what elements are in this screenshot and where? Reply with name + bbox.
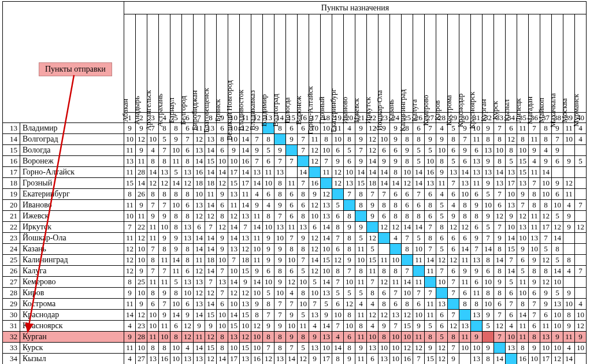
cell: 7 bbox=[379, 189, 390, 200]
cell: 8 bbox=[344, 211, 355, 222]
cell: 17 bbox=[506, 178, 517, 189]
cell: 10 bbox=[540, 189, 552, 200]
cell: 14 bbox=[552, 266, 563, 277]
cell: 10 bbox=[286, 255, 298, 266]
cell: 14 bbox=[205, 233, 217, 244]
cell: 4 bbox=[332, 332, 344, 343]
cell: 12 bbox=[228, 288, 240, 299]
cell: 14 bbox=[251, 178, 263, 189]
cell: 12 bbox=[379, 310, 390, 321]
cell bbox=[575, 233, 587, 244]
cell: 7 bbox=[147, 200, 159, 211]
cell: 11 bbox=[147, 332, 159, 343]
cell: 15 bbox=[240, 343, 251, 354]
cell bbox=[552, 167, 563, 178]
cell: 12 bbox=[367, 310, 379, 321]
cell: 5 bbox=[506, 156, 517, 167]
cell: 13 bbox=[471, 255, 483, 266]
cell: 8 bbox=[355, 200, 367, 211]
cell: 11 bbox=[459, 277, 471, 288]
cell: 9 bbox=[355, 134, 367, 145]
cell: 6 bbox=[263, 156, 274, 167]
cell: 12 bbox=[182, 332, 194, 343]
cell: 14 bbox=[205, 145, 217, 156]
cell: 10 bbox=[344, 321, 355, 332]
cell: 11 bbox=[471, 134, 483, 145]
cell: 8 bbox=[217, 332, 228, 343]
cell: 12 bbox=[194, 134, 205, 145]
cell: 8 bbox=[390, 211, 402, 222]
cell: 6 bbox=[517, 255, 529, 266]
cell: 7 bbox=[529, 123, 540, 134]
cell: 7 bbox=[159, 299, 170, 310]
cell: 13 bbox=[552, 299, 563, 310]
cell: 10 bbox=[170, 343, 182, 354]
cell: 14 bbox=[205, 266, 217, 277]
cell: 8 bbox=[274, 343, 286, 354]
cell: 11 bbox=[240, 189, 251, 200]
cell: 14 bbox=[194, 156, 205, 167]
cell: 12 bbox=[413, 343, 425, 354]
cell: 11 bbox=[413, 332, 425, 343]
cell: 9 bbox=[390, 134, 402, 145]
cell: 10 bbox=[159, 222, 170, 233]
cell: 14 bbox=[367, 156, 379, 167]
cell: 14 bbox=[506, 266, 517, 277]
cell: 15 bbox=[228, 178, 240, 189]
cell: 6 bbox=[390, 189, 402, 200]
cell: 13 bbox=[483, 145, 494, 156]
cell: 12 bbox=[448, 222, 459, 233]
cell: 12 bbox=[182, 178, 194, 189]
cell: 14 bbox=[459, 167, 471, 178]
cell: 9 bbox=[251, 145, 263, 156]
cell: 7 bbox=[309, 299, 321, 310]
cell: 8 bbox=[274, 332, 286, 343]
cell: 14 bbox=[413, 178, 425, 189]
cell: 13 bbox=[274, 167, 286, 178]
cell: 5 bbox=[436, 211, 448, 222]
cell: 7 bbox=[159, 200, 170, 211]
cell: 8 bbox=[344, 233, 355, 244]
cell: 14 bbox=[217, 354, 228, 365]
cell: 14 bbox=[517, 310, 529, 321]
cell: 11 bbox=[194, 332, 205, 343]
cell: 13 bbox=[194, 145, 205, 156]
cell: 7 bbox=[274, 156, 286, 167]
row-label: Курск bbox=[20, 343, 124, 354]
cell: 11 bbox=[355, 332, 367, 343]
cell: 8 bbox=[321, 134, 332, 145]
cell: 7 bbox=[367, 277, 379, 288]
row-label: Кызыл bbox=[20, 354, 124, 365]
cell: 8 bbox=[147, 343, 159, 354]
cell: 14 bbox=[205, 299, 217, 310]
cell: 17 bbox=[321, 354, 332, 365]
cell: 9 bbox=[471, 332, 483, 343]
cell: 14 bbox=[563, 354, 575, 365]
cell: 14 bbox=[402, 222, 413, 233]
cell: 8 bbox=[494, 244, 506, 255]
cell: 5 bbox=[552, 288, 563, 299]
cell: 6 bbox=[552, 156, 563, 167]
row-label: Иркутск bbox=[20, 222, 124, 233]
cell: 12 bbox=[367, 145, 379, 156]
cell: 13 bbox=[529, 233, 540, 244]
cell: 11 bbox=[194, 255, 205, 266]
cell bbox=[575, 244, 587, 255]
cell: 11 bbox=[251, 211, 263, 222]
cell: 11 bbox=[529, 134, 540, 145]
cell: 11 bbox=[471, 288, 483, 299]
cell: 8 bbox=[344, 310, 355, 321]
cell: 10 bbox=[575, 343, 587, 354]
cell: 10 bbox=[494, 145, 506, 156]
cell: 6 bbox=[182, 266, 194, 277]
cell: 14 bbox=[170, 310, 182, 321]
cell: 13 bbox=[240, 354, 251, 365]
cell: 8 bbox=[563, 310, 575, 321]
cell: 14 bbox=[228, 310, 240, 321]
cell: 12 bbox=[205, 354, 217, 365]
cell: 14 bbox=[321, 222, 332, 233]
col-header: Йошкар-Ола bbox=[379, 14, 390, 113]
cell: 4 bbox=[563, 200, 575, 211]
cell: 12 bbox=[217, 178, 228, 189]
cell: 13 bbox=[471, 156, 483, 167]
